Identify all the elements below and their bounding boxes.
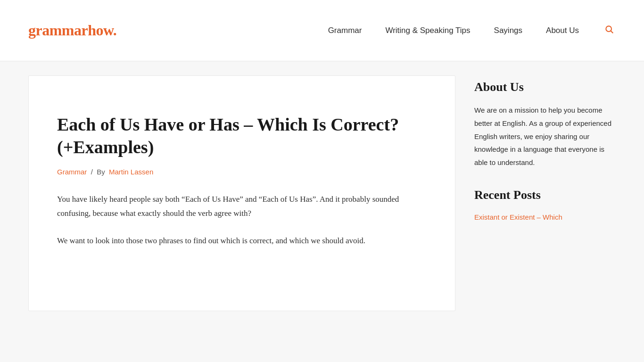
content-area: Each of Us Have or Has – Which Is Correc… <box>28 75 616 311</box>
sidebar-about-section: About Us We are on a mission to help you… <box>474 80 616 169</box>
svg-point-0 <box>606 26 611 32</box>
meta-separator: / By <box>89 168 107 176</box>
nav-item-grammar[interactable]: Grammar <box>328 26 362 35</box>
sidebar-about-text: We are on a mission to help you become b… <box>474 104 616 169</box>
sidebar-about-heading: About Us <box>474 80 616 94</box>
sidebar-recent-link[interactable]: Existant or Existent – Which <box>474 213 562 221</box>
search-icon <box>604 25 614 34</box>
logo-text: grammarhow <box>28 22 113 39</box>
page-wrapper: Each of Us Have or Has – Which Is Correc… <box>0 61 644 362</box>
logo-dot: . <box>113 22 117 39</box>
site-logo[interactable]: grammarhow. <box>28 22 116 39</box>
article-author: Martin Lassen <box>109 168 153 176</box>
article-card: Each of Us Have or Has – Which Is Correc… <box>28 75 455 311</box>
svg-line-1 <box>611 31 613 33</box>
sidebar: About Us We are on a mission to help you… <box>474 75 616 311</box>
article-title: Each of Us Have or Has – Which Is Correc… <box>57 114 427 158</box>
search-button[interactable] <box>603 23 616 38</box>
nav-item-about[interactable]: About Us <box>546 26 579 35</box>
sidebar-recent-heading: Recent Posts <box>474 188 616 202</box>
site-header: grammarhow. Grammar Writing & Speaking T… <box>0 0 644 61</box>
nav-item-writing[interactable]: Writing & Speaking Tips <box>385 26 470 35</box>
article-category[interactable]: Grammar <box>57 168 87 176</box>
article-body: You have likely heard people say both “E… <box>57 192 427 247</box>
sidebar-recent-section: Recent Posts Existant or Existent – Whic… <box>474 188 616 223</box>
nav-item-sayings[interactable]: Sayings <box>494 26 522 35</box>
article-paragraph-1: You have likely heard people say both “E… <box>57 192 427 221</box>
article-paragraph-2: We want to look into those two phrases t… <box>57 234 427 248</box>
article-meta: Grammar / By Martin Lassen <box>57 168 427 176</box>
main-nav: Grammar Writing & Speaking Tips Sayings … <box>328 23 616 38</box>
